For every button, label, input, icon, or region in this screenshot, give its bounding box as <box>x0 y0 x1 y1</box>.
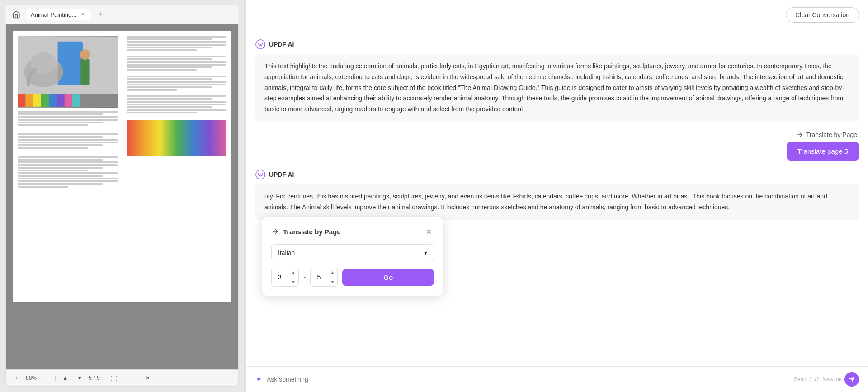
dialog-language-value: Italian <box>278 249 295 256</box>
svg-rect-4 <box>80 59 89 85</box>
svg-rect-10 <box>41 94 49 107</box>
fit-width-button[interactable]: ⋯ <box>123 373 134 383</box>
send-icon <box>849 376 855 383</box>
sparkle-icon: ✦ <box>255 374 262 384</box>
svg-point-2 <box>24 57 63 87</box>
chat-input-area: ✦ Send / Newline <box>246 366 868 392</box>
page-range-dash: - <box>303 273 306 281</box>
send-button[interactable] <box>844 372 859 387</box>
pdf-right-image <box>127 120 226 156</box>
next-page-button[interactable]: ▼ <box>74 373 85 383</box>
zoom-level: 88% <box>26 375 37 381</box>
pdf-right-text-1 <box>127 36 226 52</box>
send-area: Send / Newline <box>794 372 859 387</box>
pdf-toolbar: + 88% − | ▲ ▼ 5 / 9 | ⋮⋮ ⋯ | ✕ <box>6 369 238 386</box>
ai-label-text-1: UPDF AI <box>269 41 294 48</box>
dialog-header: Translate by Page ✕ <box>271 226 434 237</box>
toolbar-separator-2: | <box>104 375 105 381</box>
tab-title: Animal Painting... <box>31 11 76 18</box>
updf-ai-logo-1 <box>255 39 265 49</box>
message-text-1: This text highlights the enduring celebr… <box>264 62 844 113</box>
toolbar-separator-3: | <box>137 375 139 381</box>
page-to-up-arrow[interactable]: ▲ <box>327 268 337 277</box>
chat-input-field[interactable] <box>267 376 789 383</box>
zoom-out-button[interactable]: − <box>40 373 51 383</box>
fit-page-button[interactable]: ⋮⋮ <box>108 373 119 383</box>
dialog-go-button[interactable]: Go <box>342 269 434 286</box>
tab-close-button[interactable]: × <box>79 11 86 18</box>
clear-conversation-button[interactable]: Clear Conversation <box>786 7 859 23</box>
pdf-right-text-2 <box>127 56 226 72</box>
pdf-viewer: + 88% − | ▲ ▼ 5 / 9 | ⋮⋮ ⋯ | ✕ <box>5 24 239 387</box>
ai-label-text-2: UPDF AI <box>269 171 294 178</box>
svg-rect-8 <box>25 94 33 107</box>
ai-label-1: UPDF AI <box>255 39 859 49</box>
reply-icon <box>813 376 820 383</box>
page-from-down-arrow[interactable]: ▼ <box>288 277 298 286</box>
zoom-in-button[interactable]: + <box>11 373 22 383</box>
translate-dialog: Translate by Page ✕ Italian ▾ 3 ▲ ▼ - 5 … <box>262 217 443 296</box>
svg-rect-7 <box>18 94 25 107</box>
pdf-image-elephant <box>18 36 118 108</box>
send-slash: / <box>809 376 811 383</box>
current-page: 5 <box>89 375 92 381</box>
pdf-col-left <box>13 31 122 302</box>
pdf-page <box>13 31 231 302</box>
svg-point-5 <box>80 49 90 60</box>
prev-page-button[interactable]: ▲ <box>60 373 71 383</box>
page-from-input[interactable]: 3 ▲ ▼ <box>271 268 299 287</box>
pdf-viewer-panel: Animal Painting... × + <box>0 0 244 392</box>
dialog-close-button[interactable]: ✕ <box>423 226 434 237</box>
pdf-right-text-3 <box>127 76 226 92</box>
translate-section: Translate by Page Translate page 5 <box>255 131 859 161</box>
ai-message-2: UPDF AI uty. For centuries, this has ins… <box>255 170 859 220</box>
translate-label-text: Translate by Page <box>806 131 857 138</box>
pdf-tab[interactable]: Animal Painting... × <box>26 9 91 20</box>
svg-point-3 <box>31 52 57 74</box>
pdf-right-text-4 <box>127 95 226 114</box>
pdf-content-area <box>6 24 238 369</box>
page-from-value: 3 <box>272 270 288 284</box>
ai-message-1: UPDF AI This text highlights the endurin… <box>255 39 859 122</box>
newline-label: Newline <box>822 376 842 383</box>
dialog-title: Translate by Page <box>271 227 341 236</box>
message-bubble-1: This text highlights the enduring celebr… <box>255 54 859 122</box>
page-from-arrows: ▲ ▼ <box>288 268 298 286</box>
pdf-text-section-1 <box>18 111 118 127</box>
send-label: Send <box>794 376 807 383</box>
ai-chat-panel: Clear Conversation UPDF AI This text hig… <box>246 0 868 392</box>
pdf-col-right <box>122 31 231 302</box>
translate-icon <box>796 131 803 138</box>
page-from-up-arrow[interactable]: ▲ <box>288 268 298 277</box>
svg-rect-13 <box>65 94 72 107</box>
translate-by-page-label: Translate by Page <box>796 131 859 138</box>
toolbar-separator-1: | <box>55 375 56 381</box>
dialog-page-range: 3 ▲ ▼ - 5 ▲ ▼ Go <box>271 268 434 287</box>
page-display: 5 / 9 <box>89 375 100 381</box>
dialog-translate-icon <box>271 227 279 236</box>
add-tab-button[interactable]: + <box>94 8 107 21</box>
ai-label-2: UPDF AI <box>255 170 859 179</box>
updf-ai-logo-2 <box>255 170 265 179</box>
page-to-down-arrow[interactable]: ▼ <box>327 277 337 286</box>
page-to-value: 5 <box>311 270 327 284</box>
page-to-input[interactable]: 5 ▲ ▼ <box>310 268 338 287</box>
dialog-title-text: Translate by Page <box>283 228 341 236</box>
chevron-down-icon: ▾ <box>424 249 427 256</box>
close-button[interactable]: ✕ <box>142 373 153 383</box>
total-pages: 9 <box>97 375 100 381</box>
dialog-language-select[interactable]: Italian ▾ <box>271 244 434 261</box>
svg-rect-11 <box>49 94 57 107</box>
message-bubble-2: uty. For centuries, this has inspired pa… <box>255 184 859 220</box>
page-to-arrows: ▲ ▼ <box>327 268 337 286</box>
pdf-text-section-3 <box>18 156 118 189</box>
pdf-text-section-2 <box>18 133 118 150</box>
page-separator: / <box>94 375 95 381</box>
svg-rect-9 <box>33 94 41 107</box>
translate-page-button[interactable]: Translate page 5 <box>787 142 859 161</box>
home-button[interactable] <box>10 8 23 21</box>
tab-bar: Animal Painting... × + <box>5 5 239 24</box>
chat-header: Clear Conversation <box>246 0 868 30</box>
chat-messages[interactable]: UPDF AI This text highlights the endurin… <box>246 30 868 366</box>
zoom-display: 88% <box>26 375 37 381</box>
